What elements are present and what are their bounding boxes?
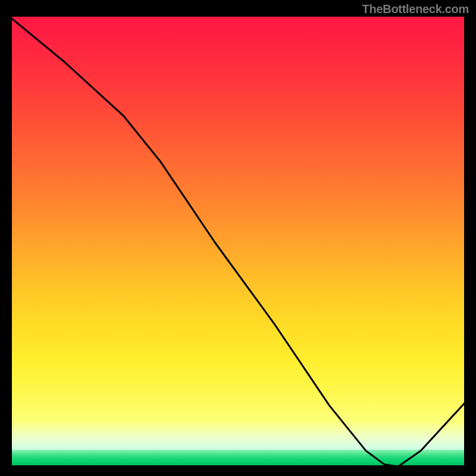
plot-frame xyxy=(10,17,466,469)
gradient-green-edge xyxy=(10,463,466,465)
gradient-green xyxy=(10,450,466,463)
gradient-red-yellow xyxy=(10,17,466,421)
plot-area xyxy=(10,17,466,469)
attribution-text: TheBottleneck.com xyxy=(362,2,469,16)
page-root: TheBottleneck.com xyxy=(0,0,476,476)
gradient-pale xyxy=(10,421,466,450)
